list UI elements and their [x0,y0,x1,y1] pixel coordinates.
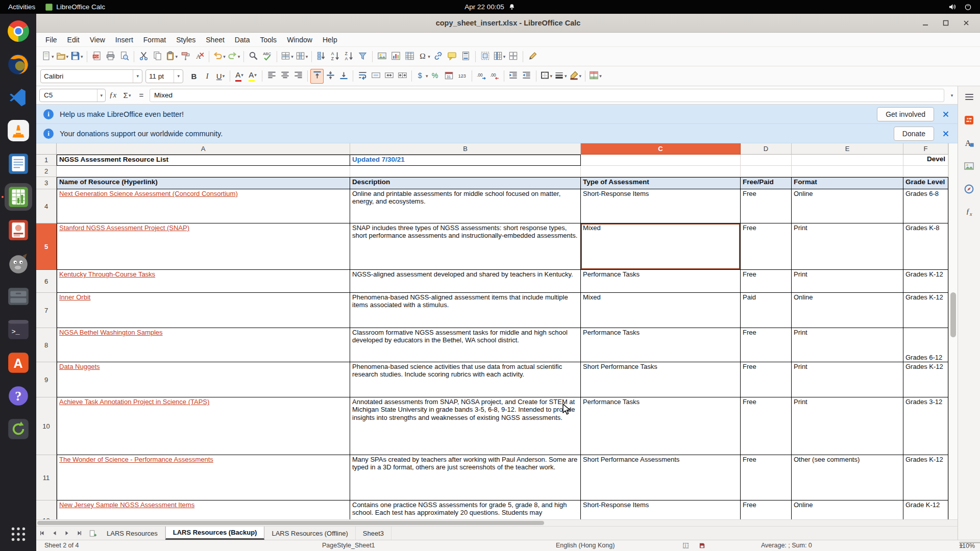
chevron-down-icon[interactable]: ▾ [599,73,602,79]
select-function-button[interactable]: Σ▾ [120,89,134,102]
get-involved-button[interactable]: Get involved [877,107,934,121]
sheet-tab-lars-resources-backup-[interactable]: LARS Resources (Backup) [165,527,265,540]
cell-E1[interactable] [792,155,903,166]
cell-D4[interactable]: Free [741,189,792,223]
insert-chart-button[interactable] [389,49,403,64]
open-button[interactable]: ▾ [55,49,70,64]
undo-button[interactable]: ▾ [212,49,227,64]
chevron-down-icon[interactable]: ▾ [81,54,83,59]
resource-link[interactable]: Data Nuggets [59,363,100,370]
dock-chrome[interactable] [5,17,32,45]
expand-formula-bar-button[interactable]: ▾ [946,93,958,98]
menu-sheet[interactable]: Sheet [201,34,230,45]
hyperlink-button[interactable] [431,49,445,64]
cell-C8[interactable]: Performance Tasks [581,328,741,362]
page-style[interactable]: PageStyle_Sheet1 [322,542,375,549]
border-style-button[interactable]: ▾ [553,69,568,84]
cell-E12[interactable]: Online [792,500,903,519]
dock-software-updater[interactable] [5,415,32,443]
cell-C6[interactable]: Performance Tasks [581,270,741,293]
row-header-10[interactable]: 10 [36,397,57,455]
maximize-button[interactable] [941,18,950,28]
chevron-down-icon[interactable]: ▾ [238,54,240,59]
cell-E4[interactable]: Online [792,189,903,223]
cell-B2[interactable] [350,166,581,177]
chevron-down-icon[interactable]: ▾ [241,72,243,78]
row-header-1[interactable]: 1 [36,155,57,166]
dock-firefox[interactable] [5,51,32,78]
menu-edit[interactable]: Edit [62,34,85,45]
dock-terminal[interactable]: >_ [5,316,32,343]
cell-F11[interactable]: Grades K-12 [903,455,948,500]
cell-B3[interactable]: Description [350,177,581,189]
chevron-down-icon[interactable]: ▾ [223,73,225,79]
menu-tools[interactable]: Tools [255,34,282,45]
cell-D10[interactable]: Free [741,397,792,455]
row-header-8[interactable]: 8 [36,328,57,362]
comment-button[interactable] [445,49,459,64]
menu-insert[interactable]: Insert [110,34,138,45]
menu-help[interactable]: Help [317,34,342,45]
chevron-down-icon[interactable]: ▾ [550,73,553,79]
dock-help[interactable]: ? [5,382,32,410]
cell-E11[interactable]: Other (see comments) [792,455,903,500]
column-header-E[interactable]: E [792,143,903,155]
center-vertically-button[interactable] [324,69,337,84]
resource-link[interactable]: NGSA Bethel Washington Samples [59,329,163,336]
cell-A10[interactable]: Achieve Task Annotation Project in Scien… [57,397,350,455]
resource-link[interactable]: Achieve Task Annotation Project in Scien… [59,398,209,406]
cell-F6[interactable]: Grades K-12 [903,270,948,293]
menu-data[interactable]: Data [230,34,255,45]
delete-decimal-place-button[interactable]: .00 [488,69,501,84]
cell-A2[interactable] [57,166,350,177]
format-as-percent-button[interactable]: % [429,69,443,84]
row-header-12[interactable]: 12 [36,500,57,519]
previous-sheet-button[interactable] [48,527,61,540]
align-right-button[interactable] [291,69,305,84]
column-header-D[interactable]: D [741,143,792,155]
chevron-down-icon[interactable]: ▾ [66,54,69,59]
cell-D1[interactable] [741,155,792,166]
cell-D2[interactable] [741,166,792,177]
bold-button[interactable]: B [187,69,201,84]
border-color-button[interactable]: ▾ [568,69,583,84]
merge-cells-button[interactable] [382,69,396,84]
cell-A11[interactable]: The Wonder of Science - Performance Asse… [57,455,350,500]
sort-button[interactable] [314,49,328,64]
cell-B12[interactable]: Contains one practice NGSS assessments f… [350,500,581,519]
cell-F9[interactable]: Grades K-12 [903,362,948,397]
cell-F2[interactable] [903,166,948,177]
dock-vlc[interactable] [5,117,32,144]
chevron-down-icon[interactable]: ▾ [426,73,428,79]
cell-B6[interactable]: NGSS-aligned assessment developed and sh… [350,270,581,293]
headers-footers-button[interactable] [459,49,473,64]
dock-libreoffice-impress[interactable] [5,216,32,244]
format-as-currency-button[interactable]: $▾ [414,69,429,84]
autofilter-button[interactable] [356,49,370,64]
chevron-down-icon[interactable]: ▾ [291,54,293,59]
cell-D3[interactable]: Free/Paid [741,177,792,189]
cell-F1[interactable]: Devel [903,155,948,166]
cell-B1[interactable]: Updated 7/30/21 [350,155,581,166]
menu-styles[interactable]: Styles [171,34,201,45]
special-character-button[interactable]: Ω▾ [416,49,431,64]
font-name-combobox[interactable]: Calibri ▾ [40,69,142,83]
cell-E2[interactable] [792,166,903,177]
cell-F10[interactable]: Grades 3-12 [903,397,948,455]
print-preview-button[interactable] [117,49,131,64]
row-header-2[interactable]: 2 [36,166,57,177]
dock-vscode[interactable] [5,84,32,111]
cell-E8[interactable]: Print [792,328,903,362]
cell-D5[interactable]: Free [741,223,792,270]
chevron-down-icon[interactable]: ▾ [174,70,180,83]
cell-C9[interactable]: Short Performance Tasks [581,362,741,397]
cell-E10[interactable]: Print [792,397,903,455]
aggregates[interactable]: Average: ; Sum: 0 [761,542,812,549]
align-center-button[interactable] [278,69,291,84]
functions-icon[interactable]: ƒx [962,204,977,219]
row-header-5[interactable]: 5 [36,223,57,270]
row-header-3[interactable]: 3 [36,177,57,189]
chevron-down-icon[interactable]: ▾ [97,89,105,102]
row-header-6[interactable]: 6 [36,270,57,293]
horizontal-scrollbar[interactable] [36,519,958,526]
